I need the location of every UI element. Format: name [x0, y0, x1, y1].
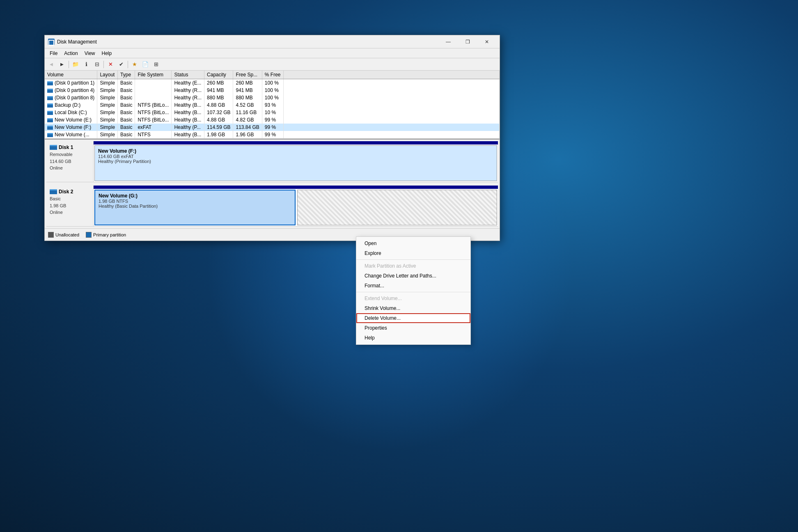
toolbar-minus[interactable]: ⊟	[92, 60, 102, 69]
disk2-status: Online	[50, 210, 63, 215]
disk2-partition-size: 1.98 GB NTFS	[99, 199, 291, 204]
table-row[interactable]: Backup (D:) Simple Basic NTFS (BitLo... …	[45, 101, 500, 109]
ctx-item-shrink-volume[interactable]: Shrink Volume...	[356, 303, 470, 313]
cell-capacity: 114.59 GB	[204, 124, 233, 131]
disk1-type: Removable	[50, 152, 73, 157]
col-type[interactable]: Type	[118, 71, 135, 79]
toolbar-grid[interactable]: ⊞	[151, 60, 161, 69]
cell-pct: 99 %	[262, 116, 283, 124]
col-layout[interactable]: Layout	[97, 71, 118, 79]
col-extra	[283, 71, 499, 79]
ctx-separator	[356, 259, 470, 260]
table-row[interactable]: Local Disk (C:) Simple Basic NTFS (BitLo…	[45, 109, 500, 116]
cell-pct: 10 %	[262, 109, 283, 116]
menu-help[interactable]: Help	[99, 50, 115, 57]
cell-extra	[283, 131, 499, 138]
disk1-partition[interactable]: New Volume (F:) 114.60 GB exFAT Healthy …	[94, 145, 497, 181]
table-row[interactable]: (Disk 0 partition 8) Simple Basic Health…	[45, 94, 500, 101]
menu-file[interactable]: File	[46, 50, 61, 57]
cell-free: 1.96 GB	[233, 131, 262, 138]
cell-fs	[135, 94, 172, 101]
cell-extra	[283, 116, 499, 124]
cell-status: Healthy (E...	[172, 79, 204, 87]
disk1-partition-status: Healthy (Primary Partition)	[98, 159, 493, 164]
cell-status: Healthy (B...	[172, 101, 204, 109]
ctx-item-help[interactable]: Help	[356, 333, 470, 343]
cell-capacity: 1.98 GB	[204, 131, 233, 138]
col-filesystem[interactable]: File System	[135, 71, 172, 79]
disk1-name: Disk 1	[50, 144, 90, 150]
toolbar-star[interactable]: ★	[130, 60, 140, 69]
table-row[interactable]: New Volume (... Simple Basic NTFS Health…	[45, 131, 500, 138]
cell-type: Basic	[118, 87, 135, 94]
cell-layout: Simple	[97, 124, 118, 131]
toolbar-back[interactable]: ◄	[46, 60, 56, 69]
legend-primary: Primary partition	[86, 232, 126, 238]
disk1-header-bar	[94, 141, 498, 144]
ctx-item-change-drive-letter-and-paths[interactable]: Change Drive Letter and Paths...	[356, 271, 470, 281]
disk2-header-bar	[94, 186, 498, 189]
menu-action[interactable]: Action	[61, 50, 81, 57]
ctx-item-open[interactable]: Open	[356, 238, 470, 248]
cell-type: Basic	[118, 116, 135, 124]
disk-graphical-area: Disk 1 Removable 114.60 GB Online New Vo…	[45, 139, 500, 228]
col-pct[interactable]: % Free	[262, 71, 283, 79]
col-volume[interactable]: Volume	[45, 71, 97, 79]
cell-capacity: 4.88 GB	[204, 116, 233, 124]
cell-fs	[135, 79, 172, 87]
col-capacity[interactable]: Capacity	[204, 71, 233, 79]
cell-fs: NTFS	[135, 131, 172, 138]
minimize-button[interactable]: —	[439, 35, 458, 48]
table-row[interactable]: (Disk 0 partition 1) Simple Basic Health…	[45, 79, 500, 87]
table-row[interactable]: New Volume (F:) Simple Basic exFAT Healt…	[45, 124, 500, 131]
disk2-unallocated[interactable]	[297, 190, 498, 225]
cell-pct: 100 %	[262, 87, 283, 94]
close-button[interactable]: ✕	[477, 35, 496, 48]
cell-type: Basic	[118, 109, 135, 116]
ctx-delete-volume[interactable]: Delete Volume...	[356, 313, 470, 323]
cell-layout: Simple	[97, 116, 118, 124]
cell-extra	[283, 109, 499, 116]
disk2-icon	[50, 189, 57, 194]
cell-capacity: 941 MB	[204, 87, 233, 94]
cell-type: Basic	[118, 94, 135, 101]
disk1-icon	[50, 145, 57, 150]
toolbar-delete[interactable]: ✕	[105, 60, 115, 69]
toolbar-sep-3	[128, 61, 128, 68]
toolbar-check[interactable]: ✔	[116, 60, 126, 69]
cell-capacity: 4.88 GB	[204, 101, 233, 109]
disk2-partition[interactable]: New Volume (G:) 1.98 GB NTFS Healthy (Ba…	[94, 190, 296, 225]
legend-unallocated-box	[48, 232, 54, 238]
cell-type: Basic	[118, 124, 135, 131]
ctx-separator	[356, 292, 470, 292]
col-status[interactable]: Status	[172, 71, 204, 79]
ctx-item-extend-volume: Extend Volume...	[356, 294, 470, 303]
menu-view[interactable]: View	[81, 50, 99, 57]
col-free[interactable]: Free Sp...	[233, 71, 262, 79]
maximize-button[interactable]: ❒	[458, 35, 477, 48]
menubar: File Action View Help	[45, 48, 500, 58]
titlebar: Disk Management — ❒ ✕	[45, 35, 500, 48]
toolbar-sep-1	[69, 61, 69, 68]
disk2-partition-status: Healthy (Basic Data Partition)	[99, 204, 291, 209]
cell-volume: Backup (D:)	[45, 101, 97, 109]
cell-status: Healthy (B...	[172, 131, 204, 138]
cell-volume: New Volume (...	[45, 131, 97, 138]
cell-extra	[283, 94, 499, 101]
toolbar-forward[interactable]: ►	[57, 60, 67, 69]
toolbar-doc[interactable]: 📄	[140, 60, 150, 69]
ctx-item-mark-partition-as-active: Mark Partition as Active	[356, 261, 470, 271]
toolbar: ◄ ► 📁 ℹ ⊟ ✕ ✔ ★ 📄 ⊞	[45, 58, 500, 71]
disk1-status: Online	[50, 165, 63, 170]
cell-status: Healthy (R...	[172, 94, 204, 101]
table-row[interactable]: New Volume (E:) Simple Basic NTFS (BitLo…	[45, 116, 500, 124]
ctx-item-explore[interactable]: Explore	[356, 248, 470, 258]
ctx-item-properties[interactable]: Properties	[356, 323, 470, 333]
disk2-type: Basic	[50, 196, 61, 201]
ctx-item-format[interactable]: Format...	[356, 281, 470, 291]
disk1-row: Disk 1 Removable 114.60 GB Online New Vo…	[46, 141, 498, 182]
toolbar-up[interactable]: 📁	[71, 60, 80, 69]
table-row[interactable]: (Disk 0 partition 4) Simple Basic Health…	[45, 87, 500, 94]
toolbar-info[interactable]: ℹ	[81, 60, 91, 69]
disk2-name-text: Disk 2	[59, 189, 73, 195]
